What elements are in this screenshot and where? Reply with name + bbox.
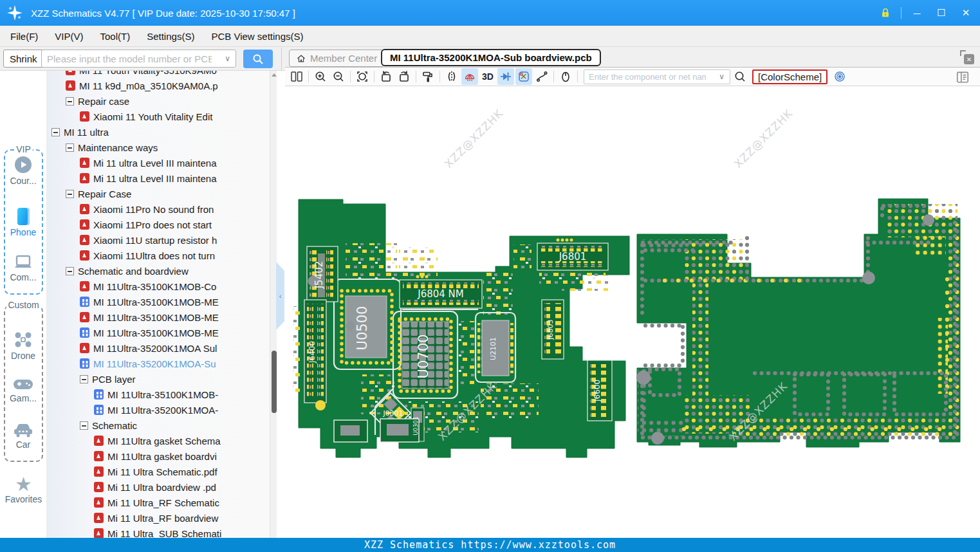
tree-item[interactable]: Schematic [47, 418, 270, 433]
tree-item[interactable]: Mi 11 ultra Level III maintena [47, 170, 270, 186]
three-d-button[interactable]: 3D [479, 68, 496, 85]
net-search-combo[interactable]: ∨ [584, 69, 730, 84]
menu-item[interactable]: Tool(T) [100, 31, 131, 42]
panel-toggle-icon[interactable] [954, 69, 971, 86]
tree-item[interactable]: Repair case [47, 93, 270, 109]
pcb-component-label[interactable]: J6400 [308, 341, 317, 363]
zoom-out-icon[interactable] [330, 68, 347, 85]
sidebar-item-drone[interactable]: Drone [0, 331, 46, 361]
maximize-button[interactable]: ☐ [932, 4, 950, 22]
search-button[interactable] [243, 50, 273, 68]
collapse-toggle-icon[interactable] [66, 190, 74, 198]
model-search-combo[interactable]: ∨ [41, 50, 236, 68]
pcb-component-label[interactable]: U2101 [489, 337, 497, 360]
tree-item[interactable]: MI 11Ultra gasket Schema [47, 433, 270, 448]
tree-item[interactable]: Xiaomi 11Pro No sound fron [47, 201, 270, 217]
tree-scrollbar[interactable] [270, 71, 277, 538]
tree-item[interactable]: Mi 11 Ultra_SUB Schemati [47, 526, 270, 538]
fit-screen-icon[interactable] [354, 68, 371, 85]
rotate-right-icon[interactable] [396, 68, 412, 85]
pcb-component-label[interactable]: U0500 [355, 306, 370, 351]
collapse-toggle-icon[interactable] [66, 143, 74, 152]
chevron-down-icon[interactable]: ∨ [719, 72, 725, 81]
model-search-input[interactable] [42, 50, 217, 67]
chevron-down-icon[interactable]: ∨ [225, 54, 230, 63]
lock-icon[interactable] [876, 4, 894, 22]
tree-item[interactable]: MI 11Ultra-35100K1MOB-ME [47, 294, 270, 309]
tree-item[interactable]: MI 11Ultra-35200K1MOA Sul [47, 340, 270, 356]
paint-roller-icon[interactable] [420, 68, 436, 85]
tree-item[interactable]: Repair Case [47, 186, 270, 201]
pcb-right-board[interactable] [636, 199, 961, 447]
pcb-component-label[interactable]: J5402 [313, 261, 325, 290]
rotate-left-icon[interactable] [378, 68, 394, 85]
menu-item[interactable]: Settings(S) [147, 31, 194, 42]
tree-item[interactable]: MI 11Ultra-35200K1MOA- [47, 402, 270, 418]
scrollbar-thumb[interactable] [272, 351, 277, 413]
tree-item[interactable]: Xiaomi 11 Youth Vitality Edit [47, 109, 270, 124]
tree-item[interactable]: MI 11Ultra-35100K1MOB-ME [47, 309, 270, 325]
color-scheme-button[interactable]: [ColorScheme] [752, 69, 827, 84]
pcb-component-label[interactable]: J0301 [382, 409, 403, 418]
tree-item[interactable]: PCB layer [47, 371, 270, 387]
member-center-button[interactable]: Member Center [289, 50, 384, 67]
diode-icon[interactable] [497, 68, 514, 85]
collapse-toggle-icon[interactable] [66, 97, 74, 106]
net-search-input[interactable] [584, 70, 710, 84]
tree-item[interactable]: MI 11Ultra-35100K1MOB-ME [47, 325, 270, 340]
tree-item[interactable]: Schematic and boardview [47, 263, 270, 279]
pcb-component-label[interactable]: U0700 [416, 335, 431, 379]
minimize-button[interactable]: ─ [908, 4, 926, 22]
shrink-button[interactable]: Shrink [3, 50, 44, 68]
tree-item[interactable]: MI 11Ultra-35100K1MOB-Co [47, 279, 270, 294]
close-button[interactable]: ✕ [957, 4, 975, 22]
scroll-up-arrow[interactable] [272, 73, 277, 77]
tree-item[interactable]: Xiaomi 11Ultra does not turn [47, 248, 270, 263]
net-search-icon[interactable] [732, 68, 748, 85]
document-tab[interactable]: MI 11Ultra-35200K1MOA-Sub boardview.pcb [381, 49, 601, 66]
menu-item[interactable]: PCB View settings(S) [211, 31, 303, 42]
tree-item[interactable]: MI 11Ultra-35100K1MOB- [47, 387, 270, 402]
collapse-left-panel-handle[interactable]: ‹ [276, 262, 284, 330]
sidebar-item-favorites[interactable]: ★ Favorites [0, 475, 47, 504]
sidebar-item-car[interactable]: Car [0, 422, 46, 450]
tree-item[interactable]: Mi 11 Ultra_RF Schematic [47, 495, 270, 510]
eye-icon[interactable] [831, 68, 848, 85]
sidebar-item-computer[interactable]: Com... [0, 255, 46, 282]
pcb-component-label[interactable]: J6600 [593, 380, 602, 402]
tree-item[interactable]: MI 11 Youth Vitality-3510K9AM0 [47, 71, 270, 78]
tree-item[interactable]: Xiaomi 11U startup resistor h [47, 232, 270, 248]
menu-item[interactable]: File(F) [10, 31, 38, 42]
pcb-component-label[interactable]: U0301 [412, 416, 419, 436]
mouse-icon[interactable] [557, 68, 574, 85]
measure-icon[interactable] [515, 68, 532, 85]
menu-item[interactable]: VIP(V) [55, 31, 83, 42]
split-view-icon[interactable] [288, 68, 305, 85]
net-dome-icon[interactable] [461, 68, 478, 85]
pcb-board-canvas[interactable]: XZZ@XZZHK XZZ@XZZHK [285, 86, 980, 538]
tree-item[interactable]: Mi 11 Ultra_RF boardview [47, 510, 270, 526]
pcb-component-label[interactable]: J6801 [559, 251, 587, 262]
curve-icon[interactable] [533, 68, 550, 85]
collapse-toggle-icon[interactable] [66, 267, 74, 275]
collapse-toggle-icon[interactable] [51, 128, 60, 136]
zoom-in-icon[interactable] [312, 68, 329, 85]
tree-item[interactable]: Maintenance ways [47, 140, 270, 155]
tree-item[interactable]: Mi 11 Ultra boardview .pd [47, 479, 270, 495]
mirror-icon[interactable] [443, 68, 460, 85]
collapse-toggle-icon[interactable] [80, 421, 88, 430]
tree-item[interactable]: MI 11Ultra-35200K1MOA-Su [47, 356, 270, 371]
tree-item[interactable]: MI 11 k9d_m0a_3510K9AM0A.p [47, 78, 270, 93]
sidebar-item-phone[interactable]: Phone [0, 208, 46, 237]
sidebar-item-game[interactable]: Gam... [0, 378, 46, 403]
pcb-viewer[interactable]: XZZ@XZZHK XZZ@XZZHK [285, 86, 980, 538]
tree-item[interactable]: Xiaomi 11Pro does not start [47, 217, 270, 232]
close-document-icon[interactable]: ✕ [960, 50, 974, 64]
tree-item[interactable]: Mi 11 Ultra Schematic.pdf [47, 464, 270, 479]
tree-item[interactable]: Mi 11 ultra Level III maintena [47, 155, 270, 170]
pcb-component-label[interactable]: J6804 NM [417, 288, 464, 300]
pcb-component-label[interactable]: J6803 [546, 319, 555, 340]
tree-item[interactable]: MI 11Ultra gasket boardvi [47, 448, 270, 464]
collapse-toggle-icon[interactable] [80, 375, 88, 383]
tree-item[interactable]: MI 11 ultra [47, 124, 270, 140]
